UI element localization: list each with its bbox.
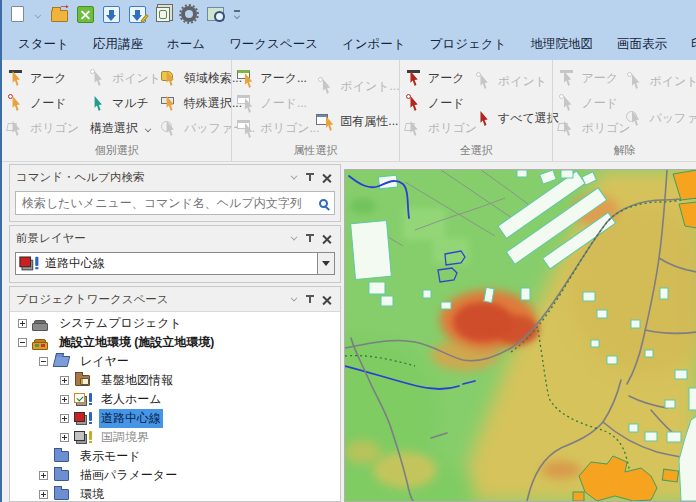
select-arc-button[interactable]: アーク [8,67,86,90]
command-help-search-panel: コマンド・ヘルプ内検索 [9,164,341,222]
expander-plus-icon[interactable] [60,414,69,423]
close-icon[interactable] [318,291,334,307]
close-icon[interactable] [318,169,334,185]
map-view[interactable] [344,169,696,502]
region-search-button[interactable]: 領域検索... [162,67,228,90]
select-all-cursor-icon [476,110,494,127]
expander-plus-icon[interactable] [39,471,48,480]
layer-check-icon [73,392,95,408]
select-all-button[interactable]: すべて選択 [476,107,550,130]
chevron-down-icon[interactable] [286,291,302,307]
attr-polygon-icon [238,120,256,137]
attr-point-icon [318,78,336,95]
all-select-polygon-button[interactable]: ポリゴン [406,117,468,140]
import-edit-icon[interactable] [127,4,147,24]
tree-item-elderly-home[interactable]: 老人ホーム [10,390,340,409]
combo-dropdown-icon[interactable] [317,253,334,274]
deselect-polygon-button[interactable]: ポリゴン [559,117,619,140]
tree-item-national-survey-boundary[interactable]: 国調境界 [10,428,340,447]
chevron-down-icon[interactable] [286,230,302,246]
tab-import[interactable]: インポート [342,36,406,53]
attr-select-point-button[interactable]: ポイント... [318,75,394,98]
expander-plus-icon[interactable] [60,433,69,442]
pin-icon[interactable] [302,230,318,246]
ribbon-group-select-all: アーク ノード ポリゴン ポイント [399,60,553,161]
select-point-button[interactable]: ポイント [90,67,152,90]
tab-workspace[interactable]: ワークスペース [229,36,318,53]
open-folder-icon[interactable] [49,4,69,24]
special-select-button[interactable]: 特殊選択... [162,92,228,115]
pin-icon[interactable] [302,169,318,185]
tree-item-system-project[interactable]: システムプロジェクト [10,314,340,333]
attr-select-node-button[interactable]: ノード... [238,92,310,115]
search-input[interactable] [22,196,319,210]
tab-screen-display[interactable]: 画面表示 [617,36,667,53]
tab-project[interactable]: プロジェクト [430,36,507,53]
attr-select-arc-button[interactable]: アーク... [238,67,310,90]
tab-start[interactable]: スタート [18,36,69,53]
expander-plus-icon[interactable] [60,376,69,385]
tab-gsi-map[interactable]: 地理院地図 [530,36,593,53]
structure-select-dropdown[interactable]: 構造選択 [90,117,152,140]
toolbox-gray-icon [31,316,53,332]
deselect-node-icon [559,95,577,112]
deselect-buffer-icon [627,110,645,127]
chevron-down-icon[interactable] [286,169,302,185]
new-document-icon[interactable] [7,4,27,24]
pin-icon[interactable] [302,291,318,307]
select-node-button[interactable]: ノード [8,92,86,115]
close-icon[interactable] [318,230,334,246]
ribbon-group-deselect: アーク ノード ポリゴン ポイント [552,60,696,161]
workspace-tree: システムプロジェクト 施設立地環境 (施設立地環境) レイヤー [10,311,340,501]
green-close-x-icon[interactable] [75,4,95,24]
folder-icon [52,468,74,484]
unique-attr-button[interactable]: 固有属性... [318,110,394,133]
chevron-down-icon [144,125,152,133]
expander-minus-icon[interactable] [18,338,27,347]
expander-minus-icon[interactable] [39,357,48,366]
map-preview-icon[interactable] [205,4,225,24]
node-cursor-red-icon [406,95,424,112]
panel-title: コマンド・ヘルプ内検索 [16,170,144,185]
tree-item-road-centerline[interactable]: 道路中心線 [10,409,340,428]
foreground-layer-combo[interactable]: 道路中心線 [15,252,335,275]
import-download-icon[interactable] [101,4,121,24]
toolbar-overflow-icon[interactable] [231,4,243,24]
ribbon-group-attribute-select: アーク... ノード... ポリゴン... ポイント... [231,60,399,161]
expander-plus-icon[interactable] [18,319,27,328]
application-window: スタート 応用講座 ホーム ワークスペース インポート プロジェクト 地理院地図… [0,0,696,502]
deselect-arc-icon [559,70,577,87]
search-icon[interactable] [319,199,328,208]
new-document-dropdown-icon[interactable] [33,4,43,24]
deselect-buffer-button[interactable]: バッファー [627,107,691,130]
select-multi-button[interactable]: マルチ [90,92,152,115]
tab-applied-course[interactable]: 応用講座 [93,36,143,53]
select-polygon-button[interactable]: ポリゴン [8,117,86,140]
deselect-point-button[interactable]: ポイント [627,70,691,93]
tab-print[interactable]: 印刷 [691,36,696,53]
all-select-node-button[interactable]: ノード [406,92,468,115]
tree-item-facility-environment[interactable]: 施設立地環境 (施設立地環境) [10,333,340,352]
foreground-layer-value: 道路中心線 [41,255,317,272]
deselect-arc-button[interactable]: アーク [559,67,619,90]
tab-home[interactable]: ホーム [167,36,205,53]
folder-photo-icon [73,373,95,389]
tree-item-environment[interactable]: 環境 [10,485,340,501]
attr-select-polygon-button[interactable]: ポリゴン... [238,117,310,140]
expander-plus-icon[interactable] [39,490,48,499]
layer-red-icon [73,411,95,427]
all-select-point-button[interactable]: ポイント [476,70,550,93]
ribbon: アーク ノード ポリゴン ポイント [2,60,696,162]
region-search-icon [162,70,180,87]
arc-cursor-icon [8,70,26,87]
all-select-arc-button[interactable]: アーク [406,67,468,90]
copy-icon[interactable] [153,4,173,24]
tree-item-base-map-info[interactable]: 基盤地図情報 [10,371,340,390]
expander-plus-icon[interactable] [60,395,69,404]
tree-item-display-mode[interactable]: 表示モード [10,447,340,466]
deselect-node-button[interactable]: ノード [559,92,619,115]
settings-gear-icon[interactable] [179,4,199,24]
tree-item-draw-parameters[interactable]: 描画パラメーター [10,466,340,485]
buffer-select-button[interactable]: バッファー... [162,117,228,140]
tree-item-layers[interactable]: レイヤー [10,352,340,371]
